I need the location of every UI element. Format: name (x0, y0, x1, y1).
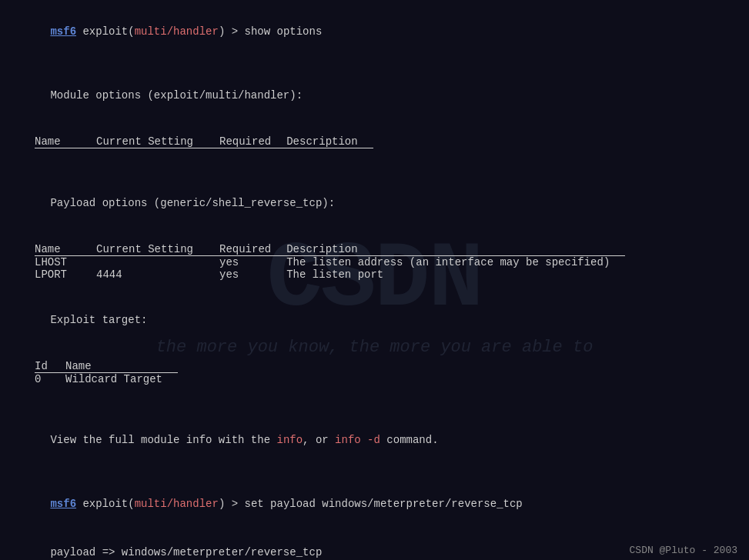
lport-desc: The listen port (286, 268, 625, 281)
lhost-name: LHOST (35, 256, 96, 269)
blank-8 (12, 385, 737, 401)
module-col-desc-header: Description (286, 135, 373, 148)
terminal-content: msf6 exploit(multi/handler) > show optio… (12, 8, 737, 560)
lport-required: yes (219, 268, 286, 281)
exploit-target-table: Id Name 0 Wildcard Target (35, 360, 178, 385)
payload-col-required-header: Required (219, 243, 286, 256)
payload-result: payload => windows/meterpreter/reverse_t… (12, 528, 737, 560)
info-d-link[interactable]: info -d (335, 434, 380, 446)
lport-name: LPORT (35, 268, 96, 281)
blank-4 (12, 164, 737, 179)
info-link[interactable]: info (276, 434, 303, 446)
terminal: CSDN the more you know, the more you are… (0, 0, 749, 560)
blank-6 (12, 281, 737, 296)
module-col-current-header: Current Setting (96, 135, 219, 148)
bracket-1: ) > show options (219, 25, 322, 38)
command-line-2: msf6 exploit(multi/handler) > set payloa… (12, 480, 737, 528)
module-options-header: Module options (exploit/multi/handler): (12, 72, 737, 120)
payload-lhost-row: LHOST yes The listen address (an interfa… (35, 256, 625, 269)
exploit-label-2: exploit( (76, 498, 135, 510)
payload-options-header: Payload options (generic/shell_reverse_t… (12, 179, 737, 228)
wildcard-target-row: 0 Wildcard Target (35, 373, 178, 386)
blank-7 (12, 345, 737, 360)
payload-col-current-header: Current Setting (96, 243, 219, 256)
payload-table-header-row: Name Current Setting Required Descriptio… (35, 243, 625, 256)
wildcard-name: Wildcard Target (65, 373, 178, 386)
wildcard-id: 0 (35, 373, 65, 386)
command-line-1: msf6 exploit(multi/handler) > show optio… (12, 8, 737, 56)
blank-1 (12, 56, 737, 72)
payload-col-desc-header: Description (286, 243, 625, 256)
module-name-2: multi/handler (135, 498, 219, 510)
bracket-2: ) > set payload windows/meterpreter/reve… (219, 498, 523, 510)
info-line: View the full module info with the info,… (12, 416, 737, 465)
target-table-header-row: Id Name (35, 360, 178, 373)
exploit-target-header: Exploit target: (12, 296, 737, 345)
blank-9 (12, 401, 737, 416)
payload-options-table: Name Current Setting Required Descriptio… (35, 243, 625, 281)
blank-5 (12, 228, 737, 243)
blank-3 (12, 148, 737, 164)
module-options-table: Name Current Setting Required Descriptio… (35, 135, 373, 148)
lhost-required: yes (219, 256, 286, 269)
target-name-header: Name (65, 360, 178, 373)
module-col-required-header: Required (219, 135, 286, 148)
prompt-msf6-2: msf6 (50, 498, 76, 510)
lport-current: 4444 (96, 268, 219, 281)
target-id-header: Id (35, 360, 65, 373)
lhost-current (96, 256, 219, 269)
blank-2 (12, 120, 737, 135)
prompt-msf6-1: msf6 (50, 25, 76, 38)
module-col-name-header: Name (35, 135, 96, 148)
payload-col-name-header: Name (35, 243, 96, 256)
exploit-label-1: exploit( (76, 25, 135, 38)
module-table-header-row: Name Current Setting Required Descriptio… (35, 135, 373, 148)
payload-lport-row: LPORT 4444 yes The listen port (35, 268, 625, 281)
module-name-1: multi/handler (135, 25, 219, 38)
lhost-desc: The listen address (an interface may be … (286, 256, 625, 269)
blank-10 (12, 465, 737, 480)
